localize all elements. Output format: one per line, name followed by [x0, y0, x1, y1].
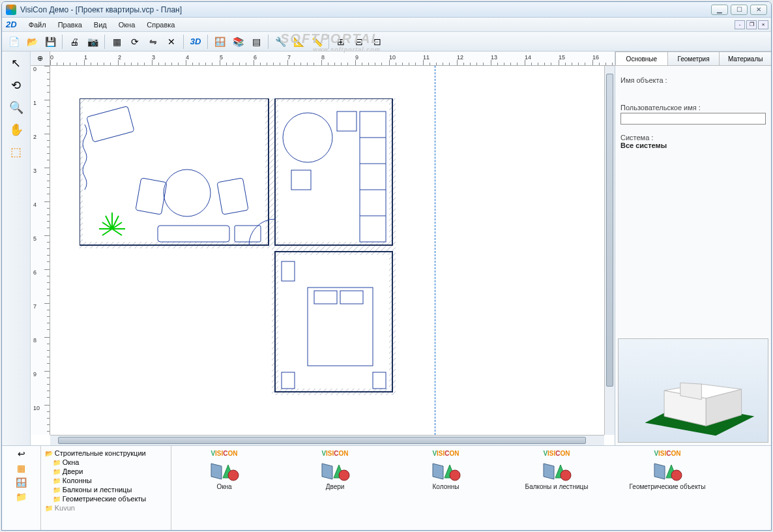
tool-b-button[interactable]: 📐: [291, 34, 306, 50]
svg-rect-22: [282, 372, 295, 389]
svg-rect-4: [87, 106, 134, 142]
libnav-folder-icon[interactable]: 📁: [16, 492, 27, 502]
ruler-tick: 9: [33, 371, 36, 377]
close-button[interactable]: ✕: [750, 5, 767, 15]
tab-geometry[interactable]: Геометрия: [667, 52, 720, 65]
item-caption: Окна: [175, 483, 273, 490]
wall-tool[interactable]: ⬚: [7, 143, 25, 161]
user-name-input[interactable]: [620, 113, 766, 125]
tool-a-button[interactable]: 🔧: [272, 34, 288, 50]
library-tree[interactable]: Строительные конструкции ОкнаДвериКолонн…: [41, 446, 171, 530]
child-minimize-button[interactable]: -: [735, 20, 745, 29]
align-button[interactable]: ⊞: [333, 34, 349, 50]
ruler-tick: 0: [33, 66, 36, 72]
new-button[interactable]: 📄: [6, 34, 22, 50]
svg-marker-29: [211, 464, 222, 479]
canvas[interactable]: [50, 66, 604, 435]
floor-plan[interactable]: [80, 98, 418, 411]
tab-basic[interactable]: Основные: [615, 52, 668, 65]
pan-tool[interactable]: ✋: [7, 121, 25, 139]
mirror-button[interactable]: ⇋: [145, 34, 161, 50]
svg-rect-7: [217, 178, 248, 214]
libnav-back-icon[interactable]: ↩: [18, 449, 25, 459]
svg-rect-8: [158, 226, 229, 242]
tree-node[interactable]: Балконы и лестницы: [44, 485, 168, 494]
rotate-button[interactable]: ⟳: [127, 34, 143, 50]
child-close-button[interactable]: ×: [758, 20, 768, 29]
minimize-button[interactable]: ▁: [711, 5, 728, 15]
menu-view[interactable]: Вид: [89, 20, 112, 30]
ruler-horizontal[interactable]: 012345678910111213141516: [50, 52, 615, 66]
visicon-logo: VISICON: [397, 450, 495, 457]
menu-edit[interactable]: Правка: [53, 20, 87, 30]
mode-3d-button[interactable]: 3D: [188, 34, 203, 50]
item-thumb-icon: [209, 458, 240, 482]
window-button[interactable]: 🪟: [212, 34, 227, 50]
library-panel: ↩ ▦ 🪟 📁 Строительные конструкции ОкнаДве…: [2, 445, 771, 530]
mode-2d[interactable]: 2D: [6, 20, 17, 29]
tree-node[interactable]: Геометрические объекты: [44, 494, 168, 503]
tree-root[interactable]: Строительные конструкции: [44, 449, 168, 458]
library-item[interactable]: VISICONГеометрические объекты: [619, 450, 716, 526]
scrollbar-horizontal[interactable]: [50, 435, 604, 445]
ruler-tick: 14: [525, 54, 531, 61]
ruler-tick: 15: [559, 54, 565, 61]
main-toolbar: 📄 📂 💾 🖨 📷 ▦ ⟳ ⇋ ✕ 3D 🪟 📚 ▤ 🔧 📐 📏 ⊞ ⊟ ⊡: [2, 32, 771, 52]
menu-windows[interactable]: Окна: [113, 20, 141, 30]
svg-rect-13: [360, 111, 386, 242]
save-button[interactable]: 💾: [42, 34, 58, 50]
ruler-tick: 12: [457, 54, 463, 61]
group-button[interactable]: ▦: [109, 34, 124, 50]
rotate-tool[interactable]: ⟲: [7, 76, 25, 95]
tree-last[interactable]: Kuvun: [44, 503, 168, 512]
tab-materials[interactable]: Материалы: [719, 52, 772, 65]
svg-point-10: [283, 113, 332, 162]
menu-file[interactable]: Файл: [23, 20, 51, 30]
libnav-grid-icon[interactable]: ▦: [17, 463, 25, 473]
open-button[interactable]: 📂: [24, 34, 40, 50]
svg-rect-2: [275, 98, 392, 245]
titlebar: VisiCon Демо - [Проект квартиры.vcp - Пл…: [2, 2, 771, 18]
ruler-vertical[interactable]: 012345678910: [31, 66, 50, 435]
system-value: Все системы: [620, 141, 766, 149]
tool-c-button[interactable]: 📏: [309, 34, 325, 50]
window-title: VisiCon Демо - [Проект квартиры.vcp - Пл…: [20, 5, 711, 14]
svg-point-43: [671, 470, 682, 480]
item-caption: Балконы и лестницы: [508, 483, 605, 490]
canvas-area: ⊕ 012345678910111213141516 012345678910: [31, 52, 615, 445]
layers-button[interactable]: 📚: [230, 34, 246, 50]
svg-marker-41: [654, 464, 665, 479]
delete-button[interactable]: ✕: [164, 34, 179, 50]
library-item[interactable]: VISICONОкна: [175, 450, 273, 526]
svg-point-37: [450, 470, 460, 480]
menu-help[interactable]: Справка: [141, 20, 180, 30]
child-restore-button[interactable]: ❐: [746, 20, 757, 29]
dist-button[interactable]: ⊟: [351, 34, 367, 50]
maximize-button[interactable]: ☐: [731, 5, 748, 15]
ruler-tick: 3: [33, 168, 36, 174]
guide-line[interactable]: [435, 66, 435, 435]
menubar: 2D Файл Правка Вид Окна Справка - ❐ ×: [2, 18, 771, 32]
library-item[interactable]: VISICONБалконы и лестницы: [508, 450, 605, 526]
tree-node[interactable]: Окна: [44, 458, 168, 467]
properties-panel: Основные Геометрия Материалы Имя объекта…: [615, 52, 771, 445]
scrollbar-vertical[interactable]: [604, 66, 615, 435]
pointer-tool[interactable]: ↖: [7, 54, 25, 72]
libnav-window-icon[interactable]: 🪟: [16, 477, 27, 488]
tree-node[interactable]: Колонны: [44, 476, 168, 485]
tree-node[interactable]: Двери: [44, 467, 168, 476]
ruler-tick: 8: [33, 337, 36, 344]
library-item[interactable]: VISICONДвери: [286, 450, 384, 526]
svg-rect-1: [80, 98, 269, 245]
camera-button[interactable]: 📷: [85, 34, 100, 50]
svg-point-5: [164, 170, 211, 216]
print-button[interactable]: 🖨: [66, 34, 82, 50]
svg-rect-19: [314, 291, 337, 304]
library-item[interactable]: VISICONКолонны: [397, 450, 495, 526]
grid-button[interactable]: ▤: [248, 34, 264, 50]
preview-3d[interactable]: [618, 338, 768, 443]
zoom-tool[interactable]: 🔍: [7, 98, 25, 117]
ruler-origin[interactable]: ⊕: [31, 52, 50, 66]
object-name-label: Имя объекта :: [620, 76, 766, 84]
snap-button[interactable]: ⊡: [370, 34, 385, 50]
